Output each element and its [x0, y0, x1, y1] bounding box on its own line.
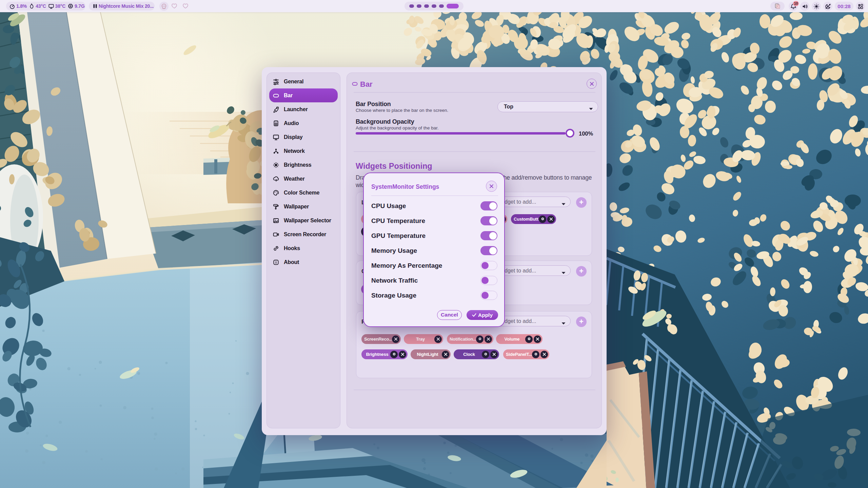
svg-text:C: C: [777, 5, 779, 8]
